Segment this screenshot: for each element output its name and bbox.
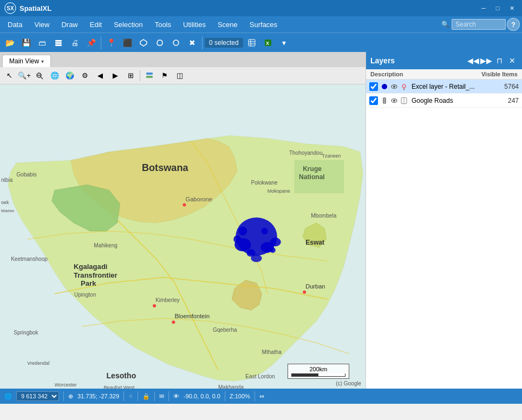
map-zoom-out[interactable] <box>32 69 47 83</box>
map-panel-toggle[interactable]: ◫ <box>173 69 187 83</box>
svg-text:SX: SX <box>6 5 14 11</box>
toolbar-table[interactable] <box>244 35 259 50</box>
status-sep-7 <box>255 391 255 401</box>
layers-controls: ◀◀ ▶▶ ⊓ ✕ <box>468 55 518 66</box>
tab-dropdown-icon[interactable]: ▾ <box>41 58 44 64</box>
layer-checkbox-excel[interactable] <box>369 82 378 91</box>
toolbar-select-box[interactable]: ⬛ <box>120 35 135 50</box>
layers-prev[interactable]: ◀◀ <box>468 55 479 66</box>
menu-surfaces[interactable]: Surfaces <box>244 18 283 31</box>
status-zoom: Z:100% <box>230 393 250 399</box>
menu-selection[interactable]: Selection <box>108 18 148 31</box>
map-layers-icon[interactable] <box>142 69 156 83</box>
status-coord-select[interactable]: 9 613 342 <box>16 391 59 401</box>
help-button[interactable]: ? <box>507 18 520 31</box>
map-flag[interactable]: ⚑ <box>158 69 172 83</box>
layer-row-google-roads[interactable]: Google Roads 247 <box>366 94 522 108</box>
menu-utilities[interactable]: Utilities <box>178 18 211 31</box>
svg-text:Park: Park <box>81 279 96 287</box>
toolbar-database[interactable]: 🗃 <box>35 35 50 50</box>
menu-scene[interactable]: Scene <box>212 18 243 31</box>
status-eye-icon: 👁 <box>173 393 179 399</box>
map-settings[interactable]: ⚙ <box>78 69 92 83</box>
svg-line-14 <box>41 77 43 79</box>
map-toolbar: ↖ 🔍+ 🌐 🌍 ⚙ ◀ ▶ ⊞ ⚑ <box>0 67 366 84</box>
map-globe-1[interactable]: 🌐 <box>48 69 62 83</box>
svg-point-25 <box>238 227 247 235</box>
layer-eye-icon-excel <box>390 82 399 91</box>
map-container[interactable]: Botswana Gaborone Lesotho Eswat Cape Tow… <box>0 84 366 389</box>
map-copyright: (c) Google <box>336 380 361 386</box>
svg-text:Gobabis: Gobabis <box>16 172 36 178</box>
toolbar-open[interactable]: 📂 <box>2 35 17 50</box>
scale-line <box>291 373 345 377</box>
scale-bar: 200km <box>288 364 349 379</box>
search-icon: 🔍 <box>441 21 449 28</box>
layers-pin[interactable]: ⊓ <box>494 55 505 66</box>
svg-rect-4 <box>55 40 62 42</box>
menu-tools[interactable]: Tools <box>149 18 177 31</box>
status-sep-2 <box>123 391 124 401</box>
map-svg: Botswana Gaborone Lesotho Eswat Cape Tow… <box>0 84 366 389</box>
svg-text:Springbok: Springbok <box>14 330 38 336</box>
toolbar-deselect[interactable]: ✖ <box>185 35 200 50</box>
toolbar-save[interactable]: 💾 <box>18 35 34 50</box>
toolbar-marker[interactable]: 📍 <box>103 35 119 50</box>
map-arrow-tool[interactable]: ↖ <box>2 69 16 83</box>
svg-text:Eswat: Eswat <box>305 239 324 246</box>
svg-text:Marien: Marien <box>1 208 15 213</box>
toolbar-select-circle[interactable] <box>168 35 184 50</box>
map-zoom-in[interactable]: 🔍+ <box>17 69 31 83</box>
toolbar-separator-1 <box>101 36 101 49</box>
layer-icons-excel <box>380 82 408 91</box>
layers-next[interactable]: ▶▶ <box>481 55 492 66</box>
map-panel: Main View ▾ ↖ 🔍+ 🌐 🌍 ⚙ ◀ ▶ ⊞ <box>0 52 366 389</box>
main-area: Main View ▾ ↖ 🔍+ 🌐 🌍 ⚙ ◀ ▶ ⊞ <box>0 52 522 389</box>
layers-close[interactable]: ✕ <box>507 55 518 66</box>
map-arrow-left[interactable]: ◀ <box>93 69 107 83</box>
window-controls: ─ □ ✕ <box>478 2 518 14</box>
toolbar-excel[interactable]: X <box>260 35 276 50</box>
toolbar-select-lasso[interactable] <box>152 35 167 50</box>
svg-text:East Lordon: East Lordon <box>245 373 275 379</box>
toolbar-layers[interactable] <box>51 35 66 50</box>
status-sep-1 <box>63 391 64 401</box>
svg-text:Mbombela: Mbombela <box>311 213 336 219</box>
status-eye-coords: -90.0, 0.0, 0.0 <box>184 393 220 399</box>
map-grid[interactable]: ⊞ <box>123 69 138 83</box>
close-button[interactable]: ✕ <box>506 2 518 14</box>
layers-col-visible: Visible Items <box>480 71 518 77</box>
layers-col-description: Description <box>370 71 480 77</box>
minimize-button[interactable]: ─ <box>478 2 490 14</box>
menu-data[interactable]: Data <box>2 18 28 31</box>
svg-text:Durban: Durban <box>305 283 325 290</box>
main-view-tab[interactable]: Main View ▾ <box>2 55 51 67</box>
svg-text:Makhanda: Makhanda <box>218 384 244 389</box>
toolbar-pin[interactable]: 📌 <box>83 35 99 50</box>
svg-text:Mokopane: Mokopane <box>267 188 290 194</box>
menu-edit[interactable]: Edit <box>84 18 107 31</box>
menu-view[interactable]: View <box>29 18 55 31</box>
search-input[interactable] <box>452 19 506 30</box>
layer-checkbox-google-roads[interactable] <box>369 96 378 105</box>
svg-text:Worcester: Worcester <box>55 382 77 388</box>
svg-text:Botswana: Botswana <box>142 162 189 173</box>
toolbar-print[interactable]: 🖨 <box>67 35 82 50</box>
svg-rect-17 <box>146 76 153 78</box>
svg-text:Mthatha: Mthatha <box>262 349 282 355</box>
menu-draw[interactable]: Draw <box>56 18 83 31</box>
maximize-button[interactable]: □ <box>492 2 504 14</box>
svg-text:Kimberley: Kimberley <box>155 297 180 303</box>
svg-point-78 <box>393 86 395 88</box>
layer-row-excel[interactable]: Excel layer - Retail_... 5764 <box>366 80 522 94</box>
map-globe-2[interactable]: 🌍 <box>63 69 77 83</box>
svg-point-38 <box>172 320 175 324</box>
map-arrow-right[interactable]: ▶ <box>108 69 122 83</box>
toolbar-select-poly[interactable] <box>136 35 151 50</box>
map-toolbar-sep <box>140 70 140 81</box>
layers-title: Layers <box>370 56 395 65</box>
svg-text:nibia: nibia <box>1 177 13 183</box>
toolbar-more[interactable]: ▾ <box>277 35 292 50</box>
status-position: 31.735; -27.329 <box>77 393 119 399</box>
svg-point-28 <box>251 254 262 262</box>
